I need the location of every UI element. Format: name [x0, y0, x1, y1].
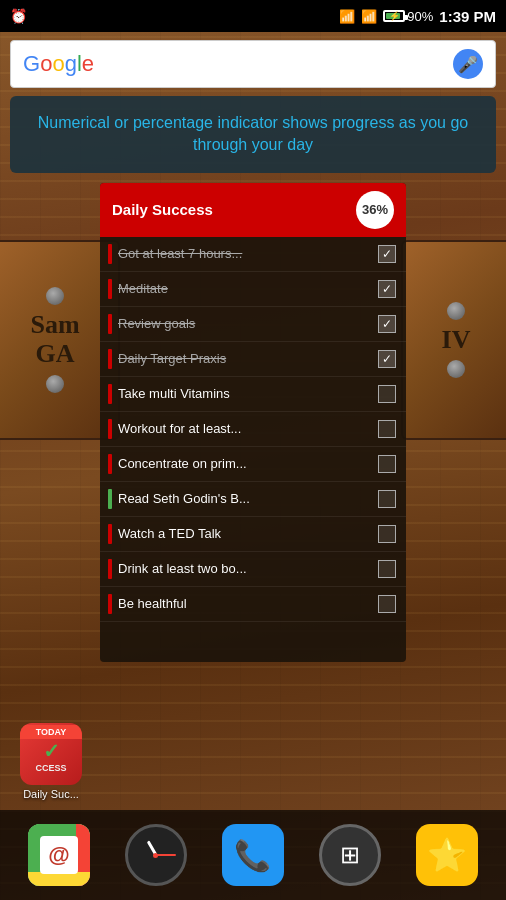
task-checkbox[interactable] — [378, 455, 396, 473]
task-checkbox[interactable] — [378, 315, 396, 333]
screw-top-right — [447, 302, 465, 320]
svg-text:@: @ — [48, 842, 69, 867]
clock-icon — [125, 824, 187, 886]
daily-icon-checkmark: ✓ — [43, 739, 60, 763]
svg-rect-4 — [28, 872, 90, 886]
task-indicator — [108, 559, 112, 579]
task-indicator — [108, 279, 112, 299]
dock-star[interactable]: ⭐ — [416, 824, 478, 886]
task-label: Be healthful — [118, 596, 372, 611]
task-checkbox[interactable] — [378, 280, 396, 298]
screw-bottom-right — [447, 360, 465, 378]
task-list: Got at least 7 hours...MeditateReview go… — [100, 237, 406, 622]
task-label: Read Seth Godin's B... — [118, 491, 372, 506]
task-item[interactable]: Drink at least two bo... — [100, 552, 406, 587]
sign-left-text: Sam GA — [30, 311, 79, 368]
task-item[interactable]: Review goals — [100, 307, 406, 342]
task-label: Workout for at least... — [118, 421, 372, 436]
task-checkbox[interactable] — [378, 420, 396, 438]
star-icon: ⭐ — [416, 824, 478, 886]
task-checkbox[interactable] — [378, 525, 396, 543]
battery-percent: 90% — [407, 9, 433, 24]
clock-minute-hand — [156, 854, 176, 856]
dock-dialpad[interactable]: ⊞ — [319, 824, 381, 886]
task-indicator — [108, 314, 112, 334]
task-label: Review goals — [118, 316, 372, 331]
google-logo: Google — [23, 51, 453, 77]
task-label: Take multi Vitamins — [118, 386, 372, 401]
task-checkbox[interactable] — [378, 490, 396, 508]
task-label: Watch a TED Talk — [118, 526, 372, 541]
dock-clock[interactable] — [125, 824, 187, 886]
task-item[interactable]: Meditate — [100, 272, 406, 307]
task-indicator — [108, 454, 112, 474]
wood-sign-right: IV — [401, 240, 506, 440]
task-indicator — [108, 594, 112, 614]
daily-app-label: Daily Suc... — [20, 788, 82, 800]
signal-icon: 📶 — [361, 9, 377, 24]
screw-bottom-left — [46, 375, 64, 393]
screw-top-left — [46, 287, 64, 305]
task-indicator — [108, 524, 112, 544]
task-item[interactable]: Watch a TED Talk — [100, 517, 406, 552]
task-empty-space — [100, 622, 406, 662]
wifi-icon: 📶 — [339, 9, 355, 24]
daily-success-widget: Daily Success 36% Got at least 7 hours..… — [100, 183, 406, 662]
task-label: Concentrate on prim... — [118, 456, 372, 471]
task-checkbox[interactable] — [378, 595, 396, 613]
sign-right-text: IV — [442, 326, 471, 355]
daily-icon-today: TODAY — [20, 725, 82, 739]
widget-header: Daily Success 36% — [100, 183, 406, 237]
task-checkbox[interactable] — [378, 560, 396, 578]
task-indicator — [108, 419, 112, 439]
task-item[interactable]: Workout for at least... — [100, 412, 406, 447]
task-indicator — [108, 244, 112, 264]
phone-icon: 📞 — [222, 824, 284, 886]
gmail-icon: @ — [28, 824, 90, 886]
task-indicator — [108, 384, 112, 404]
task-label: Daily Target Praxis — [118, 351, 372, 366]
task-item[interactable]: Daily Target Praxis — [100, 342, 406, 377]
info-banner-text: Numerical or percentage indicator shows … — [30, 112, 476, 157]
dock-phone[interactable]: 📞 — [222, 824, 284, 886]
daily-success-app-icon[interactable]: TODAY ✓ CCESS Daily Suc... — [20, 723, 82, 800]
task-label: Drink at least two bo... — [118, 561, 372, 576]
dock-gmail[interactable]: @ — [28, 824, 90, 886]
status-time: 1:39 PM — [439, 8, 496, 25]
daily-icon-success: CCESS — [35, 763, 66, 773]
task-item[interactable]: Got at least 7 hours... — [100, 237, 406, 272]
info-banner: Numerical or percentage indicator shows … — [10, 96, 496, 173]
task-checkbox[interactable] — [378, 245, 396, 263]
task-indicator — [108, 489, 112, 509]
task-item[interactable]: Concentrate on prim... — [100, 447, 406, 482]
task-checkbox[interactable] — [378, 385, 396, 403]
task-checkbox[interactable] — [378, 350, 396, 368]
daily-app-icon-img: TODAY ✓ CCESS — [20, 723, 82, 785]
app-dock: @ 📞 ⊞ ⭐ — [0, 810, 506, 900]
battery-indicator: ⚡ 90% — [383, 9, 433, 24]
alarm-icon: ⏰ — [10, 8, 27, 24]
task-item[interactable]: Read Seth Godin's B... — [100, 482, 406, 517]
task-item[interactable]: Take multi Vitamins — [100, 377, 406, 412]
widget-title: Daily Success — [112, 201, 213, 218]
status-bar: ⏰ 📶 📶 ⚡ 90% 1:39 PM — [0, 0, 506, 32]
dialpad-icon: ⊞ — [319, 824, 381, 886]
task-label: Meditate — [118, 281, 372, 296]
today-label: TODAY — [36, 727, 67, 737]
widget-progress-badge: 36% — [356, 191, 394, 229]
google-search-bar[interactable]: Google 🎤 — [10, 40, 496, 88]
clock-center-dot — [153, 853, 158, 858]
task-label: Got at least 7 hours... — [118, 246, 372, 261]
task-indicator — [108, 349, 112, 369]
mic-button[interactable]: 🎤 — [453, 49, 483, 79]
task-item[interactable]: Be healthful — [100, 587, 406, 622]
